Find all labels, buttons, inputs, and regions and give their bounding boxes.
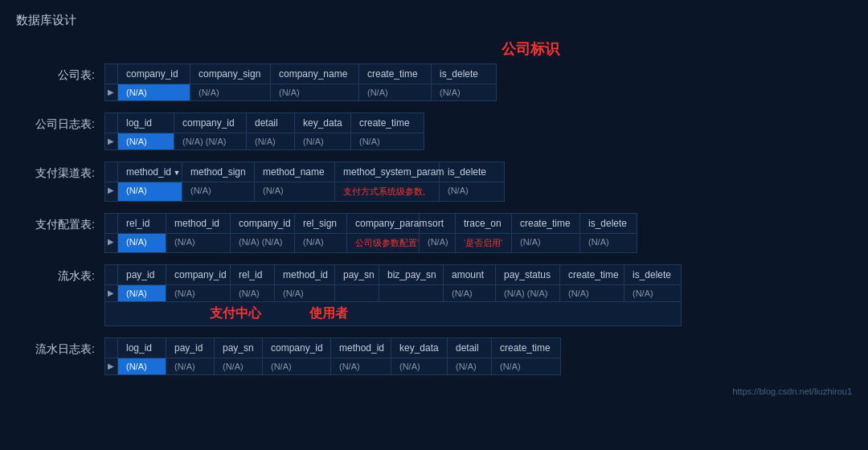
table-row-5: 流水日志表:log_idpay_idpay_sncompany_idmethod… (16, 338, 852, 375)
table-label-2: 支付渠道表: (16, 162, 104, 181)
col-data-3-4: 公司级参数配置' (347, 234, 420, 252)
col-header-2-4: is_delete (440, 162, 504, 182)
col-data-1-1: (N/A) (N/A) (174, 133, 247, 149)
col-header-4-0: pay_id (118, 265, 166, 284)
col-data-0-0: (N/A) (118, 84, 190, 100)
row-arrow-2: ▶ (105, 182, 118, 201)
col-header-5-6: detail (448, 338, 492, 358)
col-header-3-0: rel_id (118, 214, 166, 233)
col-header-5-0: log_id (118, 338, 166, 358)
col-data-4-3: (N/A) (275, 285, 335, 301)
table-row-1: 公司日志表:log_idcompany_iddetailkey_datacrea… (16, 112, 852, 150)
col-data-1-3: (N/A) (295, 133, 351, 149)
col-data-0-3: (N/A) (359, 84, 432, 100)
col-header-2-1: method_sign (182, 162, 255, 182)
col-data-4-6: (N/A) (444, 285, 496, 301)
col-data-1-2: (N/A) (247, 133, 295, 149)
table-block-0: company_idcompany_signcompany_namecreate… (104, 63, 497, 101)
col-data-3-3: (N/A) (295, 234, 347, 252)
col-header-4-5: biz_pay_sn (379, 265, 444, 284)
col-header-4-7: pay_status (496, 265, 560, 284)
col-header-0-4: is_delete (432, 64, 496, 84)
col-data-2-4: (N/A) (440, 182, 504, 201)
table-block-4: pay_idcompany_idrel_idmethod_idpay_snbiz… (104, 264, 682, 326)
col-data-3-5: (N/A) (420, 234, 456, 252)
col-data-3-0: (N/A) (118, 234, 166, 252)
col-header-5-4: method_id (331, 338, 391, 358)
col-data-3-2: (N/A) (N/A) (231, 234, 295, 252)
footer-url: https://blog.csdn.net/liuzhirou1 (16, 387, 852, 396)
table-block-5: log_idpay_idpay_sncompany_idmethod_idkey… (104, 338, 561, 375)
col-data-1-0: (N/A) (118, 133, 174, 149)
col-header-0-3: create_time (359, 64, 432, 84)
col-header-3-5: sort (420, 214, 456, 233)
col-data-4-0: (N/A) (118, 285, 166, 301)
col-data-5-6: (N/A) (448, 358, 492, 374)
col-header-5-2: pay_sn (215, 338, 263, 358)
col-data-5-1: (N/A) (166, 358, 215, 374)
col-header-0-1: company_sign (190, 64, 271, 84)
col-header-3-2: company_id (231, 214, 295, 233)
col-data-4-5 (379, 285, 444, 301)
table-label-1: 公司日志表: (16, 112, 104, 132)
col-data-0-2: (N/A) (271, 84, 359, 100)
col-data-4-1: (N/A) (166, 285, 231, 301)
col-data-4-4 (335, 285, 379, 301)
table-block-2: method_idmethod_signmethod_namemethod_sy… (104, 162, 505, 202)
col-header-0-2: company_name (271, 64, 359, 84)
col-header-0-0: company_id (118, 64, 190, 84)
col-header-4-6: amount (444, 265, 496, 284)
col-data-5-7: (N/A) (492, 358, 560, 374)
col-header-1-0: log_id (118, 113, 174, 133)
col-header-5-1: pay_id (166, 338, 215, 358)
col-data-0-1: (N/A) (190, 84, 271, 100)
col-header-3-1: method_id (166, 214, 231, 233)
company-label: 公司标识 (209, 39, 852, 59)
table-label-5: 流水日志表: (16, 338, 104, 357)
col-data-4-9: (N/A) (624, 285, 681, 301)
col-header-4-4: pay_sn (335, 265, 379, 284)
col-data-4-2: (N/A) (231, 285, 275, 301)
page-title: 数据库设计 (16, 13, 852, 28)
col-data-3-1: (N/A) (166, 234, 231, 252)
table-row-4: 流水表:pay_idcompany_idrel_idmethod_idpay_s… (16, 264, 852, 326)
col-header-3-3: rel_sign (295, 214, 347, 233)
col-data-4-8: (N/A) (560, 285, 624, 301)
col-data-5-5: (N/A) (391, 358, 448, 374)
col-data-1-4: (N/A) (351, 133, 424, 149)
row-arrow-3: ▶ (105, 234, 118, 252)
col-data-5-4: (N/A) (331, 358, 391, 374)
col-header-3-6: trace_on (456, 214, 512, 233)
col-data-2-0: (N/A) (118, 182, 182, 201)
table-label-4: 流水表: (16, 264, 104, 284)
col-data-2-1: (N/A) (182, 182, 255, 201)
col-header-5-3: company_id (263, 338, 331, 358)
row-arrow-5: ▶ (105, 358, 118, 374)
col-data-2-3: 支付方式系统级参数, (335, 182, 440, 201)
col-header-1-1: company_id (174, 113, 247, 133)
col-header-2-3: method_system_param (335, 162, 440, 182)
col-header-1-3: key_data (295, 113, 351, 133)
col-header-2-2: method_name (255, 162, 335, 182)
table-label-3: 支付配置表: (16, 213, 104, 232)
col-header-3-7: create_time (512, 214, 580, 233)
col-header-3-8: is_delete (580, 214, 637, 233)
row-arrow-0: ▶ (105, 84, 118, 100)
col-header-4-8: create_time (560, 265, 624, 284)
col-header-4-9: is_delete (624, 265, 681, 284)
table-block-3: rel_idmethod_idcompany_idrel_signcompany… (104, 213, 637, 253)
table-block-1: log_idcompany_iddetailkey_datacreate_tim… (104, 112, 424, 150)
col-data-0-4: (N/A) (432, 84, 496, 100)
col-header-5-7: create_time (492, 338, 560, 358)
col-data-3-7: (N/A) (512, 234, 580, 252)
col-data-4-7: (N/A) (N/A) (496, 285, 560, 301)
table-row-3: 支付配置表:rel_idmethod_idcompany_idrel_signc… (16, 213, 852, 253)
col-header-5-5: key_data (391, 338, 448, 358)
table-row-2: 支付渠道表:method_idmethod_signmethod_namemet… (16, 162, 852, 202)
table-row-0: 公司表:company_idcompany_signcompany_namecr… (16, 63, 852, 101)
user-label: 使用者 (309, 305, 348, 322)
col-data-3-6: '是否启用' (456, 234, 512, 252)
row-arrow-4: ▶ (105, 285, 118, 301)
row-arrow-1: ▶ (105, 133, 118, 149)
col-header-4-1: company_id (166, 265, 231, 284)
